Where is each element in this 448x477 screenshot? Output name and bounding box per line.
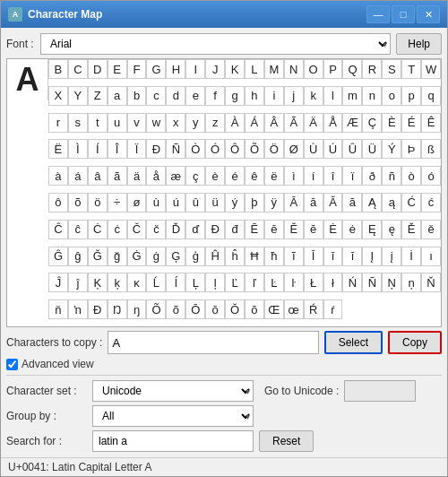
char-cell[interactable]: Ą [362,193,382,212]
char-cell[interactable]: Ô [225,139,245,159]
char-cell[interactable]: ġ [146,247,166,266]
char-cell[interactable]: R [362,59,382,79]
char-cell[interactable]: e [185,86,205,106]
char-cell[interactable]: d [166,86,185,106]
char-cell[interactable]: Ŏ [225,299,245,319]
char-cell[interactable]: ĝ [68,247,88,266]
char-cell[interactable]: Z [88,86,108,106]
char-cell[interactable]: x [166,113,185,133]
char-cell[interactable]: Ŕ [304,299,323,319]
char-cell[interactable]: Æ [342,113,362,133]
char-cell[interactable]: Č [127,220,147,239]
char-cell[interactable]: ĺ [166,273,185,292]
char-cell[interactable]: î [323,166,343,186]
char-cell[interactable]: S [382,59,401,79]
char-cell[interactable]: Ō [185,299,205,319]
char-cell[interactable]: N [284,59,304,79]
char-cell[interactable]: ç [185,166,205,186]
char-cell[interactable]: À [225,113,245,133]
char-cell[interactable]: Ļ [185,273,205,292]
char-cell[interactable]: İ [401,247,421,266]
char-cell[interactable]: ÿ [264,193,284,212]
char-cell[interactable]: Û [342,139,362,159]
char-cell[interactable]: þ [245,193,264,212]
char-cell[interactable]: ß [421,139,441,159]
char-cell[interactable]: ę [382,220,401,239]
char-cell[interactable]: M [264,59,284,79]
char-cell[interactable]: Ē [245,220,264,239]
char-cell[interactable]: Į [362,247,382,266]
char-cell[interactable]: į [382,247,401,266]
char-cell[interactable]: ã [108,166,127,186]
char-cell[interactable]: Ċ [88,220,108,239]
char-cell[interactable]: Ġ [127,247,147,266]
char-cell[interactable]: Ģ [166,247,185,266]
char-cell[interactable]: r [48,113,68,133]
help-button[interactable]: Help [396,33,442,55]
char-cell[interactable]: m [342,86,362,106]
char-cell[interactable]: ŀ [284,273,304,292]
char-cell[interactable]: Ú [323,139,343,159]
char-cell[interactable]: å [146,166,166,186]
char-cell[interactable]: Y [68,86,88,106]
char-cell[interactable]: Ñ [362,273,382,292]
char-cell[interactable]: ą [382,193,401,212]
char-cell[interactable]: Ŀ [264,273,284,292]
char-cell[interactable]: G [146,59,166,79]
char-cell[interactable]: Ď [166,220,185,239]
groupby-select[interactable]: All [92,405,254,427]
char-cell[interactable]: Œ [264,299,284,319]
char-cell[interactable]: Ï [127,139,147,159]
char-cell[interactable]: Ë [48,139,68,159]
char-cell[interactable]: W [421,59,441,79]
char-cell[interactable]: J [205,59,225,79]
char-cell[interactable]: ä [127,166,147,186]
char-cell[interactable]: ħ [264,247,284,266]
char-cell[interactable]: ĭ [342,247,362,266]
char-cell[interactable]: Ŋ [108,299,127,319]
char-cell[interactable]: č [146,220,166,239]
char-cell[interactable]: ĥ [225,247,245,266]
char-cell[interactable]: κ [127,273,147,292]
chars-copy-input[interactable] [108,331,318,354]
font-select[interactable]: Arial [40,33,391,55]
char-cell[interactable]: ć [421,193,441,212]
char-cell[interactable]: y [185,113,205,133]
char-cell[interactable]: ú [166,193,185,212]
char-cell[interactable]: ă [342,193,362,212]
char-cell[interactable]: ď [185,220,205,239]
goto-unicode-input[interactable] [344,380,416,402]
char-cell[interactable]: ÷ [108,193,127,212]
char-cell[interactable]: a [108,86,127,106]
char-cell[interactable]: ł [323,273,343,292]
char-cell[interactable]: ī [323,247,343,266]
char-cell[interactable]: ā [304,193,323,212]
char-cell[interactable]: f [205,86,225,106]
char-cell[interactable]: Ø [284,139,304,159]
char-cell[interactable]: Ù [304,139,323,159]
char-cell[interactable]: Ĵ [48,273,68,292]
char-cell[interactable]: z [205,113,225,133]
char-cell[interactable]: O [304,59,323,79]
char-cell[interactable]: ó [421,166,441,186]
char-cell[interactable]: Ņ [382,273,401,292]
char-cell[interactable]: ø [127,193,147,212]
char-cell[interactable]: Ä [304,113,323,133]
char-cell[interactable]: É [401,113,421,133]
char-cell[interactable]: ð [362,166,382,186]
char-cell[interactable]: Ð [88,299,108,319]
char-cell[interactable]: í [304,166,323,186]
reset-button[interactable]: Reset [259,430,314,452]
char-cell[interactable]: Ć [401,193,421,212]
char-cell[interactable]: ě [421,220,441,239]
char-cell[interactable]: n [362,86,382,106]
char-cell[interactable]: H [166,59,185,79]
char-cell[interactable]: Ă [323,193,343,212]
char-cell[interactable]: ñ [382,166,401,186]
search-input[interactable] [92,430,254,452]
char-cell[interactable]: ģ [185,247,205,266]
maximize-button[interactable]: □ [392,5,415,23]
char-cell[interactable]: ê [245,166,264,186]
char-cell[interactable]: q [421,86,441,106]
char-cell[interactable]: ņ [401,273,421,292]
